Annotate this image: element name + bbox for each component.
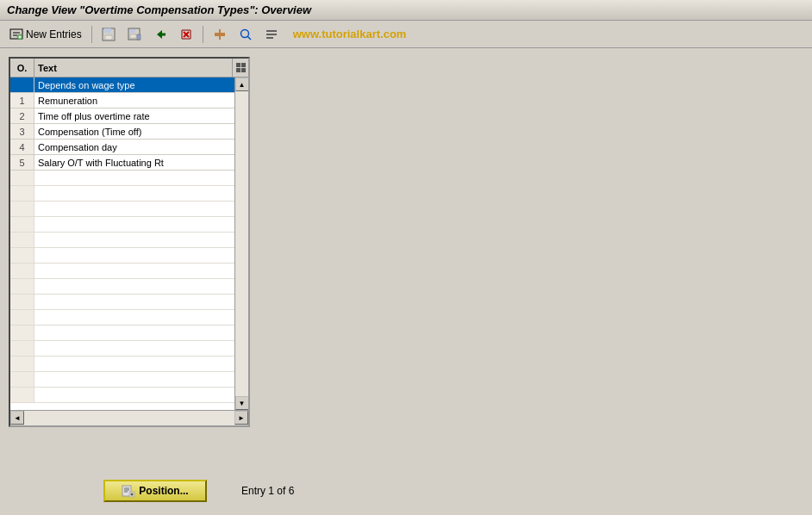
svg-line-21 bbox=[247, 36, 251, 40]
exit-button[interactable] bbox=[175, 25, 197, 44]
empty-row-text bbox=[34, 372, 234, 387]
row-text: Compensation day bbox=[34, 140, 234, 154]
scroll-down-button[interactable]: ▼ bbox=[235, 396, 249, 410]
empty-row-num bbox=[10, 372, 34, 387]
properties-button[interactable] bbox=[260, 25, 283, 44]
empty-row bbox=[10, 279, 234, 295]
empty-row-num bbox=[10, 248, 34, 263]
scroll-track[interactable] bbox=[235, 91, 248, 396]
vertical-scrollbar[interactable]: ▲ ▼ bbox=[234, 78, 248, 410]
empty-row bbox=[10, 357, 234, 372]
empty-row-num bbox=[10, 357, 34, 371]
empty-row-num bbox=[10, 202, 34, 216]
h-scroll-track[interactable] bbox=[24, 411, 234, 425]
row-number: 1 bbox=[10, 93, 34, 108]
new-entries-label: New Entries bbox=[26, 28, 82, 40]
separator-2 bbox=[203, 26, 203, 43]
cancel-icon bbox=[213, 28, 227, 41]
properties-icon bbox=[265, 28, 278, 41]
row-text: Compensation (Time off) bbox=[34, 124, 234, 139]
empty-row bbox=[10, 171, 234, 186]
table-row[interactable]: Depends on wage type bbox=[10, 78, 234, 93]
save-as-button[interactable] bbox=[123, 25, 146, 44]
empty-row bbox=[10, 186, 234, 202]
row-text: Remuneration bbox=[34, 93, 234, 108]
table-row[interactable]: 5Salary O/T with Fluctuating Rt bbox=[10, 155, 234, 171]
position-button[interactable]: Position... bbox=[103, 480, 207, 502]
entry-info: Entry 1 of 6 bbox=[241, 485, 294, 497]
data-table: O. Text Depends on wage type1Remuneratio… bbox=[9, 57, 250, 427]
empty-row-text bbox=[34, 186, 234, 201]
bottom-action-area: Position... Entry 1 of 6 bbox=[0, 480, 812, 502]
new-entries-button[interactable]: New Entries bbox=[5, 25, 86, 44]
page-title: Change View "Overtime Compensation Types… bbox=[7, 3, 311, 16]
svg-rect-8 bbox=[105, 35, 112, 40]
scroll-right-button[interactable]: ► bbox=[234, 411, 248, 425]
svg-rect-24 bbox=[266, 37, 273, 39]
empty-row-text bbox=[34, 357, 234, 371]
empty-row-text bbox=[34, 233, 234, 247]
svg-rect-23 bbox=[266, 34, 277, 35]
new-entries-icon bbox=[9, 28, 23, 41]
save-icon bbox=[102, 28, 116, 41]
empty-row-num bbox=[10, 326, 34, 340]
back-icon bbox=[153, 28, 167, 41]
svg-rect-14 bbox=[161, 33, 166, 35]
empty-row bbox=[10, 341, 234, 357]
scroll-left-button[interactable]: ◄ bbox=[10, 411, 24, 425]
empty-row-text bbox=[34, 171, 234, 185]
empty-row-num bbox=[10, 171, 34, 185]
empty-row-text bbox=[34, 217, 234, 232]
col-o-header: O. bbox=[10, 59, 34, 77]
empty-row bbox=[10, 295, 234, 310]
empty-row-text bbox=[34, 279, 234, 294]
empty-row-num bbox=[10, 186, 34, 201]
cancel-button[interactable] bbox=[209, 25, 231, 44]
title-bar: Change View "Overtime Compensation Types… bbox=[0, 0, 812, 21]
watermark-text: www.tutorialkart.com bbox=[293, 28, 407, 40]
empty-row-num bbox=[10, 233, 34, 247]
row-number: 2 bbox=[10, 109, 34, 123]
table-row[interactable]: 1Remuneration bbox=[10, 93, 234, 109]
exit-icon bbox=[179, 28, 193, 41]
svg-rect-10 bbox=[129, 29, 135, 33]
col-text-header: Text bbox=[34, 59, 233, 77]
table-row[interactable]: 2Time off plus overtime rate bbox=[10, 109, 234, 124]
empty-row-num bbox=[10, 279, 34, 294]
table-scroll-area: Depends on wage type1Remuneration2Time o… bbox=[10, 78, 248, 410]
svg-rect-11 bbox=[130, 34, 136, 38]
main-content: O. Text Depends on wage type1Remuneratio… bbox=[0, 48, 812, 467]
horizontal-scrollbar[interactable]: ◄ ► bbox=[10, 410, 248, 425]
empty-row-num bbox=[10, 388, 34, 402]
svg-rect-7 bbox=[104, 28, 111, 33]
table-row[interactable]: 3Compensation (Time off) bbox=[10, 124, 234, 140]
row-number bbox=[10, 78, 34, 92]
empty-row-text bbox=[34, 310, 234, 325]
find-button[interactable] bbox=[234, 25, 257, 44]
empty-row bbox=[10, 326, 234, 341]
back-button[interactable] bbox=[149, 25, 172, 44]
empty-row-num bbox=[10, 341, 34, 356]
empty-row bbox=[10, 264, 234, 279]
svg-point-20 bbox=[240, 29, 248, 37]
table-rows: Depends on wage type1Remuneration2Time o… bbox=[10, 78, 234, 410]
row-number: 5 bbox=[10, 155, 34, 170]
position-icon bbox=[122, 484, 135, 498]
grid-options-icon[interactable] bbox=[233, 59, 248, 77]
table-row[interactable]: 4Compensation day bbox=[10, 140, 234, 155]
empty-row-text bbox=[34, 264, 234, 278]
svg-rect-12 bbox=[137, 34, 141, 40]
row-text: Time off plus overtime rate bbox=[34, 109, 234, 123]
find-icon bbox=[239, 28, 253, 41]
save-as-icon bbox=[128, 28, 141, 41]
empty-row-num bbox=[10, 295, 34, 309]
empty-row-num bbox=[10, 217, 34, 232]
empty-row bbox=[10, 233, 234, 248]
empty-row bbox=[10, 248, 234, 264]
save-button[interactable] bbox=[97, 25, 120, 44]
scroll-up-button[interactable]: ▲ bbox=[235, 78, 249, 91]
empty-row-text bbox=[34, 388, 234, 402]
table-header: O. Text bbox=[10, 59, 248, 78]
empty-row bbox=[10, 310, 234, 326]
row-text: Depends on wage type bbox=[34, 78, 234, 92]
